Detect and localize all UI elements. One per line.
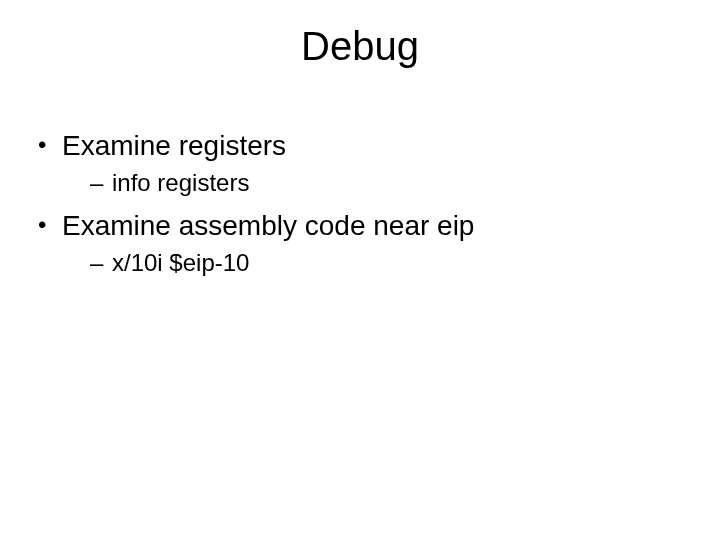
list-item: x/10i $eip-10 bbox=[90, 247, 684, 278]
sub-list: info registers bbox=[62, 167, 684, 198]
slide-title: Debug bbox=[0, 24, 720, 69]
list-item: info registers bbox=[90, 167, 684, 198]
list-item: Examine assembly code near eip x/10i $ei… bbox=[36, 208, 684, 278]
sub-list: x/10i $eip-10 bbox=[62, 247, 684, 278]
bullet-text: Examine registers bbox=[62, 130, 286, 161]
sub-bullet-text: x/10i $eip-10 bbox=[112, 249, 249, 276]
bullet-list: Examine registers info registers Examine… bbox=[36, 128, 684, 278]
slide-body: Examine registers info registers Examine… bbox=[36, 128, 684, 288]
list-item: Examine registers info registers bbox=[36, 128, 684, 198]
bullet-text: Examine assembly code near eip bbox=[62, 210, 474, 241]
sub-bullet-text: info registers bbox=[112, 169, 249, 196]
slide: Debug Examine registers info registers E… bbox=[0, 0, 720, 540]
